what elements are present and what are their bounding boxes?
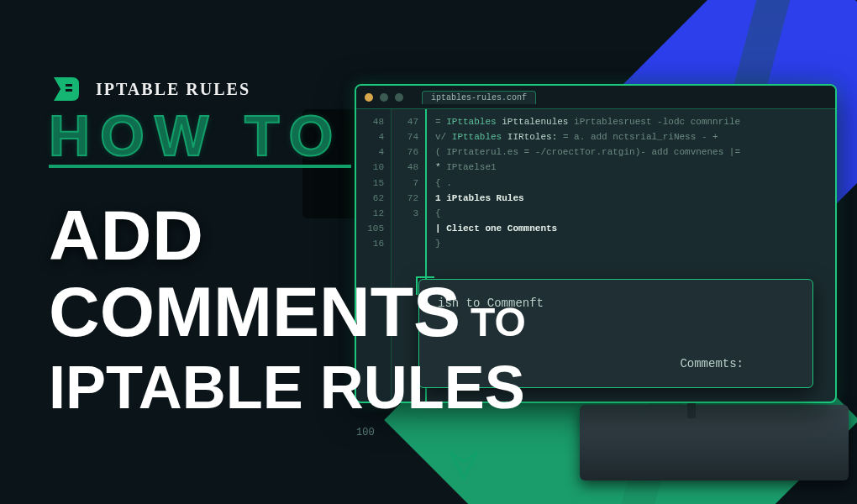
line-number: 7 (392, 176, 418, 191)
window-dot-yellow (365, 93, 373, 102)
code-line: = IPttables iPttalenules iPrtablesruest … (435, 114, 827, 129)
title-line-2a: COMMENTS (49, 271, 460, 353)
logo-icon (50, 72, 84, 106)
code-line: ( IPrtaterul.es = -/croectTor.ratgin)- a… (435, 144, 827, 160)
code-line: * IPtaelse1 (435, 160, 827, 175)
line-number: 74 (392, 129, 418, 144)
line-number: 48 (356, 114, 384, 129)
line-number: 47 (392, 114, 418, 129)
title-stack: ADD COMMENTS TO IPTABLE RULES (49, 195, 526, 422)
line-number: 4 (356, 144, 384, 160)
title-line-2b: TO (471, 299, 526, 345)
code-line: v/ IPttables IIRtoles: = a. add nctsrial… (435, 129, 827, 144)
stray-number: 100 (356, 427, 375, 438)
tooltip-line-2: Commemts: (680, 357, 794, 370)
howto-text: HOW TO (49, 103, 343, 167)
line-number: 15 (356, 176, 384, 191)
terminal-tab: iptables-rules.conf (422, 91, 536, 104)
line-number: 4 (356, 129, 384, 144)
window-dot-2 (395, 93, 403, 102)
arrow-down-icon (445, 447, 482, 487)
foreground-prop (580, 405, 849, 480)
title-line-1: ADD (49, 195, 526, 276)
howto-label: HOW TO (49, 102, 351, 168)
logo-block: IPTABLE RULES (50, 72, 250, 106)
line-number: 48 (392, 160, 418, 175)
terminal-titlebar: iptables-rules.conf (356, 86, 835, 109)
title-line-3: IPTABLE RULES (49, 353, 526, 422)
brand-name: IPTABLE RULES (96, 80, 250, 99)
title-line-2: COMMENTS TO (49, 271, 526, 353)
line-number: 10 (356, 160, 384, 175)
svg-rect-1 (66, 89, 72, 92)
code-line: { . (435, 176, 827, 191)
window-dot-1 (380, 93, 388, 102)
svg-rect-0 (66, 84, 72, 87)
line-number: 76 (392, 144, 418, 160)
